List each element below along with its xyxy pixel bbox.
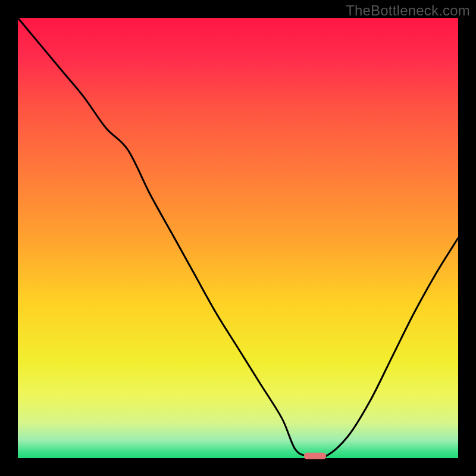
watermark-text: TheBottleneck.com (346, 2, 470, 19)
bottleneck-chart (0, 0, 476, 476)
optimal-marker (304, 453, 326, 459)
chart-background (18, 18, 458, 458)
